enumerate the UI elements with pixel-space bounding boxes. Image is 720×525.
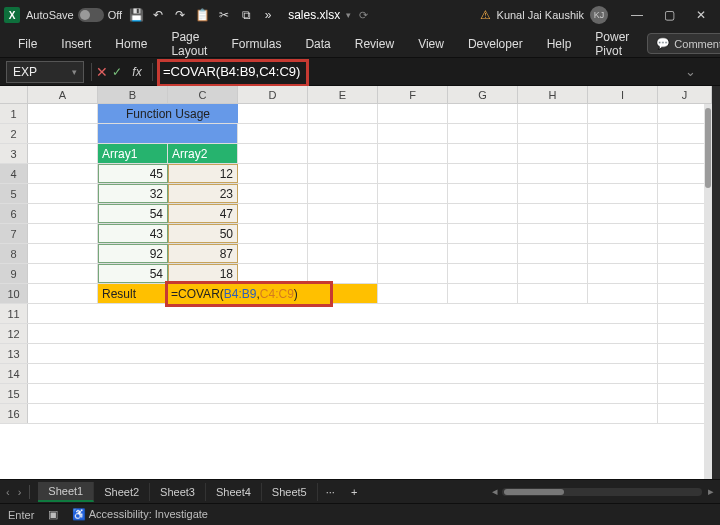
cut-icon[interactable]: ✂ <box>216 7 232 23</box>
sheet-tab-4[interactable]: Sheet4 <box>206 483 262 501</box>
name-box-value: EXP <box>13 65 37 79</box>
cell-b5[interactable]: 32 <box>98 184 168 203</box>
tab-insert[interactable]: Insert <box>51 33 101 55</box>
user-account[interactable]: Kunal Jai Kaushik KJ <box>497 6 608 24</box>
close-icon[interactable]: ✕ <box>686 3 716 27</box>
cell-c4[interactable]: 12 <box>168 164 238 183</box>
cell-b3[interactable]: Array1 <box>98 144 168 163</box>
cell-b7[interactable]: 43 <box>98 224 168 243</box>
column-headers: A B C D E F G H I J <box>0 86 712 104</box>
undo-icon[interactable]: ↶ <box>150 7 166 23</box>
row-header-5[interactable]: 5 <box>0 184 28 203</box>
cell-c8[interactable]: 87 <box>168 244 238 263</box>
col-header-h[interactable]: H <box>518 86 588 103</box>
autosave-state: Off <box>108 9 122 21</box>
toggle-track <box>78 8 104 22</box>
tab-developer[interactable]: Developer <box>458 33 533 55</box>
tab-data[interactable]: Data <box>295 33 340 55</box>
col-header-g[interactable]: G <box>448 86 518 103</box>
cell-b6[interactable]: 54 <box>98 204 168 223</box>
row-header-2[interactable]: 2 <box>0 124 28 143</box>
cell-b9[interactable]: 54 <box>98 264 168 283</box>
col-header-f[interactable]: F <box>378 86 448 103</box>
maximize-icon[interactable]: ▢ <box>654 3 684 27</box>
row-header-16[interactable]: 16 <box>0 404 28 423</box>
row-header-12[interactable]: 12 <box>0 324 28 343</box>
horizontal-scrollbar[interactable] <box>502 488 702 496</box>
col-header-i[interactable]: I <box>588 86 658 103</box>
sheet-next-icon[interactable]: › <box>18 486 22 498</box>
redo-icon[interactable]: ↷ <box>172 7 188 23</box>
tab-power-pivot[interactable]: Power Pivot <box>585 26 639 62</box>
col-header-d[interactable]: D <box>238 86 308 103</box>
cell-b1c1-merged[interactable]: Function Usage <box>98 104 238 123</box>
accessibility-status[interactable]: ♿ Accessibility: Investigate <box>72 508 208 521</box>
enter-formula-icon[interactable]: ✓ <box>112 65 122 79</box>
comments-label: Comments <box>674 38 720 50</box>
sheet-prev-icon[interactable]: ‹ <box>6 486 10 498</box>
cell-b10[interactable]: Result <box>98 284 168 303</box>
recording-icon[interactable]: ▣ <box>48 508 58 521</box>
sheet-tab-5[interactable]: Sheet5 <box>262 483 318 501</box>
cell-c7[interactable]: 50 <box>168 224 238 243</box>
copy-icon[interactable]: ⧉ <box>238 7 254 23</box>
tab-help[interactable]: Help <box>537 33 582 55</box>
cell-b8[interactable]: 92 <box>98 244 168 263</box>
row-header-11[interactable]: 11 <box>0 304 28 323</box>
tab-view[interactable]: View <box>408 33 454 55</box>
comments-button[interactable]: 💬 Comments <box>647 33 720 54</box>
row-header-4[interactable]: 4 <box>0 164 28 183</box>
chevron-down-icon[interactable]: ▾ <box>346 10 351 20</box>
collapse-formula-icon[interactable]: ⌄ <box>685 64 696 79</box>
row-header-14[interactable]: 14 <box>0 364 28 383</box>
row-header-10[interactable]: 10 <box>0 284 28 303</box>
col-header-e[interactable]: E <box>308 86 378 103</box>
col-header-j[interactable]: J <box>658 86 712 103</box>
cancel-formula-icon[interactable]: ✕ <box>96 64 108 80</box>
tab-review[interactable]: Review <box>345 33 404 55</box>
save-icon[interactable]: 💾 <box>128 7 144 23</box>
cell-c6[interactable]: 47 <box>168 204 238 223</box>
chevron-down-icon[interactable]: ▾ <box>72 67 77 77</box>
formula-bar[interactable]: =COVAR(B4:B9,C4:C9) ⌄ <box>157 61 704 83</box>
tab-file[interactable]: File <box>8 33 47 55</box>
fx-button[interactable]: fx <box>126 65 148 79</box>
row-header-9[interactable]: 9 <box>0 264 28 283</box>
sheet-tab-3[interactable]: Sheet3 <box>150 483 206 501</box>
col-header-c[interactable]: C <box>168 86 238 103</box>
worksheet-grid[interactable]: A B C D E F G H I J 1Function Usage 2 3A… <box>0 86 712 479</box>
cell-b4[interactable]: 45 <box>98 164 168 183</box>
warning-icon: ⚠ <box>480 8 491 22</box>
add-sheet-icon[interactable]: + <box>343 486 365 498</box>
name-box[interactable]: EXP ▾ <box>6 61 84 83</box>
more-sheets-icon[interactable]: ··· <box>318 486 343 498</box>
more-qat-icon[interactable]: » <box>260 7 276 23</box>
user-name: Kunal Jai Kaushik <box>497 9 584 21</box>
tab-formulas[interactable]: Formulas <box>221 33 291 55</box>
cell-c3[interactable]: Array2 <box>168 144 238 163</box>
clipboard-icon[interactable]: 📋 <box>194 7 210 23</box>
row-header-6[interactable]: 6 <box>0 204 28 223</box>
tab-page-layout[interactable]: Page Layout <box>161 26 217 62</box>
minimize-icon[interactable]: — <box>622 3 652 27</box>
avatar: KJ <box>590 6 608 24</box>
select-all-corner[interactable] <box>0 86 28 103</box>
cell-c5[interactable]: 23 <box>168 184 238 203</box>
row-header-3[interactable]: 3 <box>0 144 28 163</box>
sheet-tab-1[interactable]: Sheet1 <box>38 482 94 502</box>
row-header-13[interactable]: 13 <box>0 344 28 363</box>
file-name[interactable]: sales.xlsx <box>288 8 340 22</box>
row-header-8[interactable]: 8 <box>0 244 28 263</box>
tab-home[interactable]: Home <box>105 33 157 55</box>
autosave-toggle[interactable]: AutoSave Off <box>26 8 122 22</box>
sync-icon: ⟳ <box>359 9 368 22</box>
autosave-label: AutoSave <box>26 9 74 21</box>
vertical-scrollbar[interactable] <box>704 104 712 479</box>
cell-c10-editing[interactable]: =COVAR(B4:B9,C4:C9) <box>165 281 333 307</box>
col-header-b[interactable]: B <box>98 86 168 103</box>
row-header-15[interactable]: 15 <box>0 384 28 403</box>
sheet-tab-2[interactable]: Sheet2 <box>94 483 150 501</box>
col-header-a[interactable]: A <box>28 86 98 103</box>
row-header-1[interactable]: 1 <box>0 104 28 123</box>
row-header-7[interactable]: 7 <box>0 224 28 243</box>
